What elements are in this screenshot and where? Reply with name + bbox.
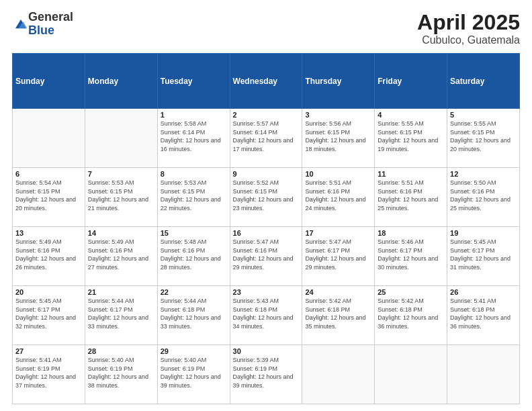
page: General Blue April 2025 Cubulco, Guatema… (0, 0, 532, 411)
calendar-week-row: 27Sunrise: 5:41 AMSunset: 6:19 PMDayligh… (13, 345, 520, 404)
col-wednesday: Wednesday (230, 54, 302, 109)
day-number: 2 (233, 111, 300, 119)
col-saturday: Saturday (447, 54, 520, 109)
day-number: 30 (233, 347, 300, 355)
table-row: 25Sunrise: 5:42 AMSunset: 6:18 PMDayligh… (375, 286, 447, 345)
day-number: 15 (161, 229, 227, 237)
table-row: 22Sunrise: 5:44 AMSunset: 6:18 PMDayligh… (157, 286, 230, 345)
day-number: 17 (305, 229, 371, 237)
table-row: 5Sunrise: 5:55 AMSunset: 6:15 PMDaylight… (447, 109, 520, 168)
day-info: Sunrise: 5:42 AMSunset: 6:18 PMDaylight:… (305, 297, 371, 330)
day-info: Sunrise: 5:56 AMSunset: 6:15 PMDaylight:… (305, 120, 371, 153)
table-row: 10Sunrise: 5:51 AMSunset: 6:16 PMDayligh… (302, 168, 375, 227)
table-row: 18Sunrise: 5:46 AMSunset: 6:17 PMDayligh… (375, 227, 447, 286)
day-info: Sunrise: 5:53 AMSunset: 6:15 PMDaylight:… (88, 179, 154, 212)
day-number: 5 (450, 111, 517, 119)
day-info: Sunrise: 5:42 AMSunset: 6:18 PMDaylight:… (378, 297, 444, 330)
day-number: 20 (15, 288, 82, 296)
day-info: Sunrise: 5:41 AMSunset: 6:18 PMDaylight:… (450, 297, 517, 330)
table-row (85, 109, 157, 168)
table-row: 23Sunrise: 5:43 AMSunset: 6:18 PMDayligh… (230, 286, 302, 345)
day-number: 11 (378, 170, 444, 178)
table-row: 28Sunrise: 5:40 AMSunset: 6:19 PMDayligh… (85, 345, 157, 404)
day-number: 12 (450, 170, 517, 178)
day-number: 28 (88, 347, 154, 355)
day-number: 19 (450, 229, 517, 237)
day-number: 29 (161, 347, 227, 355)
day-info: Sunrise: 5:50 AMSunset: 6:16 PMDaylight:… (450, 179, 517, 212)
table-row: 26Sunrise: 5:41 AMSunset: 6:18 PMDayligh… (447, 286, 520, 345)
logo-text: General Blue (28, 11, 73, 38)
day-info: Sunrise: 5:49 AMSunset: 6:16 PMDaylight:… (88, 238, 154, 271)
day-info: Sunrise: 5:45 AMSunset: 6:17 PMDaylight:… (15, 297, 82, 330)
table-row: 9Sunrise: 5:52 AMSunset: 6:15 PMDaylight… (230, 168, 302, 227)
table-row: 4Sunrise: 5:55 AMSunset: 6:15 PMDaylight… (375, 109, 447, 168)
day-info: Sunrise: 5:47 AMSunset: 6:16 PMDaylight:… (233, 238, 300, 271)
day-info: Sunrise: 5:43 AMSunset: 6:18 PMDaylight:… (233, 297, 300, 330)
table-row: 29Sunrise: 5:40 AMSunset: 6:19 PMDayligh… (157, 345, 230, 404)
table-row (13, 109, 85, 168)
logo-icon (13, 17, 28, 32)
table-row: 8Sunrise: 5:53 AMSunset: 6:15 PMDaylight… (157, 168, 230, 227)
table-row: 14Sunrise: 5:49 AMSunset: 6:16 PMDayligh… (85, 227, 157, 286)
logo-general: General (28, 11, 73, 24)
day-number: 22 (161, 288, 227, 296)
day-info: Sunrise: 5:51 AMSunset: 6:16 PMDaylight:… (378, 179, 444, 212)
day-number: 23 (233, 288, 300, 296)
col-thursday: Thursday (302, 54, 375, 109)
day-number: 3 (305, 111, 371, 119)
col-sunday: Sunday (13, 54, 85, 109)
table-row: 20Sunrise: 5:45 AMSunset: 6:17 PMDayligh… (13, 286, 85, 345)
day-number: 16 (233, 229, 300, 237)
table-row (447, 345, 520, 404)
day-info: Sunrise: 5:54 AMSunset: 6:15 PMDaylight:… (15, 179, 82, 212)
table-row: 13Sunrise: 5:49 AMSunset: 6:16 PMDayligh… (13, 227, 85, 286)
table-row: 3Sunrise: 5:56 AMSunset: 6:15 PMDaylight… (302, 109, 375, 168)
table-row (302, 345, 375, 404)
day-number: 4 (378, 111, 444, 119)
day-number: 21 (88, 288, 154, 296)
day-info: Sunrise: 5:47 AMSunset: 6:17 PMDaylight:… (305, 238, 371, 271)
day-info: Sunrise: 5:55 AMSunset: 6:15 PMDaylight:… (450, 120, 517, 153)
day-info: Sunrise: 5:52 AMSunset: 6:15 PMDaylight:… (233, 179, 300, 212)
day-info: Sunrise: 5:40 AMSunset: 6:19 PMDaylight:… (88, 356, 154, 390)
day-number: 6 (15, 170, 82, 178)
table-row: 16Sunrise: 5:47 AMSunset: 6:16 PMDayligh… (230, 227, 302, 286)
day-number: 24 (305, 288, 371, 296)
calendar-subtitle: Cubulco, Guatemala (417, 34, 520, 46)
calendar-header-row: Sunday Monday Tuesday Wednesday Thursday… (13, 54, 520, 109)
day-info: Sunrise: 5:44 AMSunset: 6:17 PMDaylight:… (88, 297, 154, 330)
day-info: Sunrise: 5:58 AMSunset: 6:14 PMDaylight:… (161, 120, 227, 153)
table-row: 15Sunrise: 5:48 AMSunset: 6:16 PMDayligh… (157, 227, 230, 286)
table-row: 21Sunrise: 5:44 AMSunset: 6:17 PMDayligh… (85, 286, 157, 345)
day-info: Sunrise: 5:45 AMSunset: 6:17 PMDaylight:… (450, 238, 517, 271)
calendar-week-row: 6Sunrise: 5:54 AMSunset: 6:15 PMDaylight… (13, 168, 520, 227)
header: General Blue April 2025 Cubulco, Guatema… (12, 11, 520, 46)
col-friday: Friday (375, 54, 447, 109)
day-number: 18 (378, 229, 444, 237)
table-row: 1Sunrise: 5:58 AMSunset: 6:14 PMDaylight… (157, 109, 230, 168)
day-info: Sunrise: 5:53 AMSunset: 6:15 PMDaylight:… (161, 179, 227, 212)
day-info: Sunrise: 5:49 AMSunset: 6:16 PMDaylight:… (15, 238, 82, 271)
table-row: 17Sunrise: 5:47 AMSunset: 6:17 PMDayligh… (302, 227, 375, 286)
day-number: 27 (15, 347, 82, 355)
logo: General Blue (12, 11, 73, 38)
table-row: 2Sunrise: 5:57 AMSunset: 6:14 PMDaylight… (230, 109, 302, 168)
day-number: 26 (450, 288, 517, 296)
calendar-week-row: 1Sunrise: 5:58 AMSunset: 6:14 PMDaylight… (13, 109, 520, 168)
title-area: April 2025 Cubulco, Guatemala (417, 11, 520, 46)
table-row: 24Sunrise: 5:42 AMSunset: 6:18 PMDayligh… (302, 286, 375, 345)
table-row: 12Sunrise: 5:50 AMSunset: 6:16 PMDayligh… (447, 168, 520, 227)
day-info: Sunrise: 5:48 AMSunset: 6:16 PMDaylight:… (161, 238, 227, 271)
calendar-table: Sunday Monday Tuesday Wednesday Thursday… (12, 53, 520, 404)
calendar-week-row: 13Sunrise: 5:49 AMSunset: 6:16 PMDayligh… (13, 227, 520, 286)
day-info: Sunrise: 5:57 AMSunset: 6:14 PMDaylight:… (233, 120, 300, 153)
table-row: 11Sunrise: 5:51 AMSunset: 6:16 PMDayligh… (375, 168, 447, 227)
day-info: Sunrise: 5:41 AMSunset: 6:19 PMDaylight:… (15, 356, 82, 390)
day-info: Sunrise: 5:55 AMSunset: 6:15 PMDaylight:… (378, 120, 444, 153)
table-row: 7Sunrise: 5:53 AMSunset: 6:15 PMDaylight… (85, 168, 157, 227)
day-number: 9 (233, 170, 300, 178)
day-info: Sunrise: 5:40 AMSunset: 6:19 PMDaylight:… (161, 356, 227, 390)
calendar-week-row: 20Sunrise: 5:45 AMSunset: 6:17 PMDayligh… (13, 286, 520, 345)
day-info: Sunrise: 5:39 AMSunset: 6:19 PMDaylight:… (233, 356, 300, 390)
